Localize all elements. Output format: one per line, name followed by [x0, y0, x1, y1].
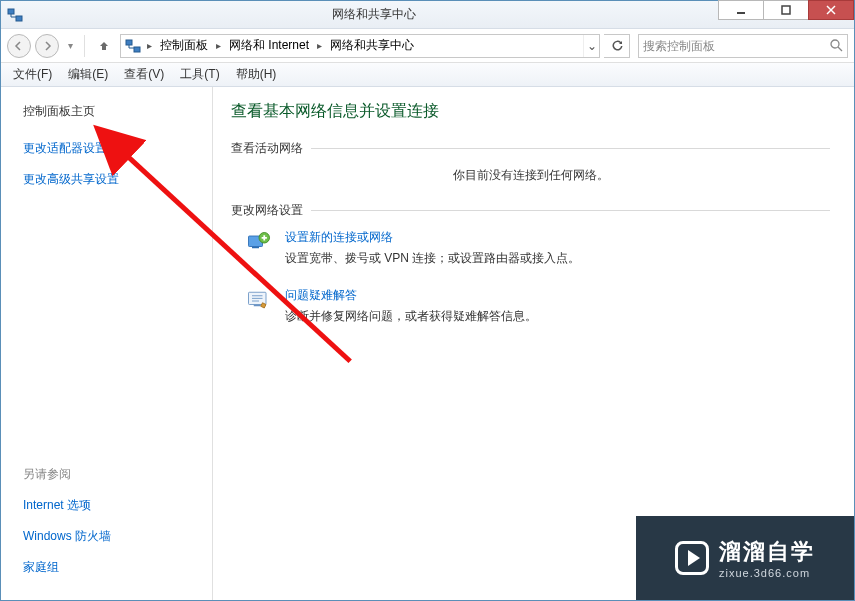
recent-locations-button[interactable]: ▾	[63, 40, 77, 51]
address-toolbar: ▾ ▸ 控制面板 ▸ 网络和 Internet ▸ 网络和共享中心 ⌄	[1, 29, 854, 63]
item-text: 设置新的连接或网络 设置宽带、拨号或 VPN 连接；或设置路由器或接入点。	[285, 229, 580, 267]
setup-new-connection-link[interactable]: 设置新的连接或网络	[285, 229, 580, 246]
address-dropdown-button[interactable]: ⌄	[583, 35, 599, 57]
titlebar: 网络和共享中心	[1, 1, 854, 29]
window-controls	[719, 1, 854, 28]
breadcrumb-segment[interactable]: 控制面板	[154, 35, 214, 57]
menu-tools[interactable]: 工具(T)	[172, 64, 227, 85]
svg-rect-1	[16, 16, 22, 21]
search-icon	[830, 39, 843, 52]
breadcrumb-segment[interactable]: 网络和 Internet	[223, 35, 315, 57]
up-button[interactable]	[92, 34, 116, 58]
menu-file[interactable]: 文件(F)	[5, 64, 60, 85]
rule	[311, 148, 830, 149]
see-also-windows-firewall[interactable]: Windows 防火墙	[23, 528, 196, 545]
window: 网络和共享中心 ▾ ▸ 控制面板 ▸ 网络和 Internet ▸ 网	[0, 0, 855, 601]
watermark-text: 溜溜自学 zixue.3d66.com	[719, 537, 815, 579]
change-advanced-sharing-link[interactable]: 更改高级共享设置	[23, 171, 196, 188]
breadcrumb-segment[interactable]: 网络和共享中心	[324, 35, 420, 57]
svg-rect-3	[782, 6, 790, 14]
svg-rect-11	[252, 247, 259, 249]
menu-view[interactable]: 查看(V)	[116, 64, 172, 85]
item-description: 诊断并修复网络问题，或者获得疑难解答信息。	[285, 308, 537, 325]
change-network-settings-heading: 更改网络设置	[231, 202, 830, 219]
see-also-homegroup[interactable]: 家庭组	[23, 559, 196, 576]
menu-edit[interactable]: 编辑(E)	[60, 64, 116, 85]
item-description: 设置宽带、拨号或 VPN 连接；或设置路由器或接入点。	[285, 250, 580, 267]
setup-connection-icon	[245, 229, 273, 257]
no-connection-text: 你目前没有连接到任何网络。	[231, 167, 830, 184]
play-icon	[675, 541, 709, 575]
troubleshoot-item[interactable]: 问题疑难解答 诊断并修复网络问题，或者获得疑难解答信息。	[245, 287, 830, 325]
minimize-button[interactable]	[718, 0, 764, 20]
section-label: 更改网络设置	[231, 202, 303, 219]
chevron-right-icon[interactable]: ▸	[214, 40, 223, 51]
troubleshoot-icon	[245, 287, 273, 315]
svg-rect-7	[134, 47, 140, 52]
watermark-title: 溜溜自学	[719, 537, 815, 567]
svg-rect-6	[126, 40, 132, 45]
watermark-url: zixue.3d66.com	[719, 567, 815, 579]
chevron-right-icon[interactable]: ▸	[145, 40, 154, 51]
svg-line-9	[838, 47, 842, 51]
spacer	[23, 202, 196, 466]
menubar: 文件(F) 编辑(E) 查看(V) 工具(T) 帮助(H)	[1, 63, 854, 87]
refresh-button[interactable]	[604, 34, 630, 58]
watermark: 溜溜自学 zixue.3d66.com	[636, 516, 854, 600]
page-heading: 查看基本网络信息并设置连接	[231, 101, 830, 122]
svg-point-8	[831, 40, 839, 48]
network-sharing-center-icon	[7, 7, 23, 23]
see-also-heading: 另请参阅	[23, 466, 196, 483]
troubleshoot-link[interactable]: 问题疑难解答	[285, 287, 537, 304]
search-input[interactable]	[643, 39, 830, 53]
see-also-internet-options[interactable]: Internet 选项	[23, 497, 196, 514]
forward-button[interactable]	[35, 34, 59, 58]
item-text: 问题疑难解答 诊断并修复网络问题，或者获得疑难解答信息。	[285, 287, 537, 325]
separator	[84, 35, 85, 57]
control-panel-home-link[interactable]: 控制面板主页	[23, 103, 196, 120]
svg-rect-14	[254, 305, 261, 307]
search-box[interactable]	[638, 34, 848, 58]
chevron-right-icon[interactable]: ▸	[315, 40, 324, 51]
menu-help[interactable]: 帮助(H)	[228, 64, 285, 85]
sidebar: 控制面板主页 更改适配器设置 更改高级共享设置 另请参阅 Internet 选项…	[1, 87, 213, 600]
close-button[interactable]	[808, 0, 854, 20]
change-adapter-settings-link[interactable]: 更改适配器设置	[23, 140, 196, 157]
back-button[interactable]	[7, 34, 31, 58]
maximize-button[interactable]	[763, 0, 809, 20]
network-sharing-center-icon	[121, 35, 145, 57]
rule	[311, 210, 830, 211]
active-networks-heading: 查看活动网络	[231, 140, 830, 157]
setup-new-connection-item[interactable]: 设置新的连接或网络 设置宽带、拨号或 VPN 连接；或设置路由器或接入点。	[245, 229, 830, 267]
svg-rect-0	[8, 9, 14, 14]
address-bar[interactable]: ▸ 控制面板 ▸ 网络和 Internet ▸ 网络和共享中心 ⌄	[120, 34, 600, 58]
window-title: 网络和共享中心	[29, 6, 719, 23]
section-label: 查看活动网络	[231, 140, 303, 157]
